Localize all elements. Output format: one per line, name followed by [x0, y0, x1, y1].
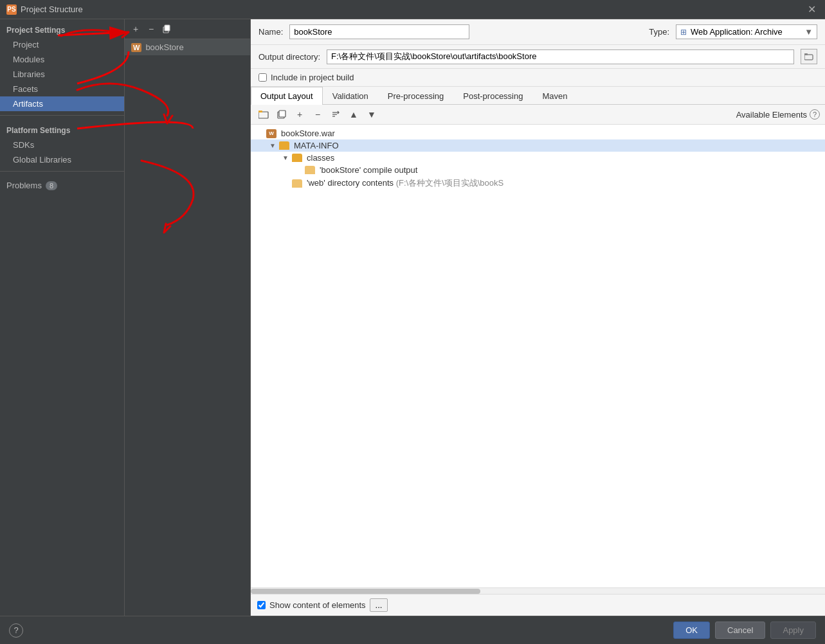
sidebar-item-problems[interactable]: Problems 8	[0, 175, 124, 195]
sidebar-item-global-libraries[interactable]: Global Libraries	[0, 152, 124, 167]
add-button[interactable]: +	[292, 107, 307, 121]
show-content-row: Show content of elements ...	[251, 594, 825, 616]
tree-item-classes[interactable]: ▼ classes	[251, 152, 825, 164]
svg-rect-3	[804, 53, 808, 55]
sidebar-item-libraries[interactable]: Libraries	[0, 67, 124, 82]
svg-rect-5	[258, 111, 262, 112]
project-settings-label: Project Settings	[0, 19, 124, 37]
tab-pre-processing[interactable]: Pre-processing	[378, 87, 453, 105]
move-down-button[interactable]: ▼	[364, 107, 379, 121]
output-dir-input[interactable]	[327, 49, 794, 64]
tree-item-compile-output[interactable]: 'bookStore' compile output	[251, 164, 825, 176]
tree-item-web-contents[interactable]: 'web' directory contents (F:\各种文件\项目实战\b…	[251, 176, 825, 190]
sidebar-item-facets[interactable]: Facets	[0, 82, 124, 96]
name-type-row: Name: Type: ⊞ Web Application: Archive ▼	[251, 19, 825, 45]
tab-output-layout[interactable]: Output Layout	[251, 87, 323, 105]
sidebar-divider-2	[0, 171, 124, 172]
tree-scrollbar[interactable]	[251, 589, 480, 594]
app-icon: PS	[6, 4, 17, 15]
web-app-icon: ⊞	[680, 28, 687, 37]
apply-button[interactable]: Apply	[770, 622, 816, 639]
sort-button[interactable]	[328, 107, 343, 121]
browse-button[interactable]	[801, 49, 817, 64]
type-label: Type:	[649, 27, 669, 37]
available-elements-label: Available Elements ?	[736, 109, 820, 120]
help-button[interactable]: ?	[9, 623, 23, 638]
artifact-list: W bookStore	[125, 39, 250, 616]
mata-info-toggle[interactable]: ▼	[269, 142, 277, 150]
show-content-checkbox[interactable]	[257, 601, 266, 609]
tab-maven[interactable]: Maven	[532, 87, 577, 105]
output-dir-label: Output directory:	[258, 52, 320, 62]
remove-button[interactable]: −	[310, 107, 325, 121]
sidebar-item-project[interactable]: Project	[0, 37, 124, 52]
add-copy-button[interactable]	[274, 107, 289, 121]
problems-badge: 8	[46, 181, 57, 190]
artifact-toolbar: + −	[125, 19, 250, 39]
ok-button[interactable]: OK	[673, 622, 710, 639]
svg-rect-4	[258, 112, 268, 118]
footer-right: OK Cancel Apply	[673, 622, 816, 639]
dialog-footer: ? OK Cancel Apply	[0, 616, 825, 644]
dialog-body: Project Settings Project Modules Librari…	[0, 19, 825, 616]
type-select[interactable]: ⊞ Web Application: Archive ▼	[676, 24, 817, 39]
artifact-item-bookstore[interactable]: W bookStore	[125, 39, 250, 55]
svg-rect-1	[165, 25, 170, 31]
tabs-bar: Output Layout Validation Pre-processing …	[251, 87, 825, 105]
platform-settings-label: Platform Settings	[0, 120, 124, 138]
dialog-title: Project Structure	[21, 4, 805, 14]
tab-content-output-layout: + − ▲ ▼ Avail	[251, 105, 825, 616]
sidebar-divider	[0, 115, 124, 116]
folder-icon-compile	[305, 166, 315, 174]
show-content-label[interactable]: Show content of elements	[269, 600, 366, 610]
sidebar-item-sdks[interactable]: SDKs	[0, 138, 124, 152]
output-dir-row: Output directory:	[251, 45, 825, 69]
sidebar-item-modules[interactable]: Modules	[0, 52, 124, 67]
add-artifact-button[interactable]: +	[129, 22, 143, 36]
close-button[interactable]: ✕	[805, 3, 819, 15]
footer-left: ?	[9, 623, 23, 638]
svg-rect-6	[261, 112, 266, 118]
tree-item-mata-info[interactable]: ▼ MATA-INFO	[251, 139, 825, 152]
tree-item-bookstore-war[interactable]: W bookStore.war	[251, 127, 825, 139]
chevron-down-icon: ▼	[804, 27, 813, 37]
tree-scrollbar-container	[251, 587, 825, 594]
include-label[interactable]: Include in project build	[271, 73, 354, 82]
war-icon: W	[266, 129, 277, 138]
folder-icon-classes	[292, 154, 302, 162]
include-checkbox[interactable]	[258, 73, 267, 82]
title-bar: PS Project Structure ✕	[0, 0, 825, 19]
folder-icon-web	[292, 179, 302, 188]
include-row: Include in project build	[251, 69, 825, 87]
tree-area: W bookStore.war ▼ MATA-INFO ▼	[251, 125, 825, 587]
svg-rect-2	[804, 55, 813, 60]
classes-toggle[interactable]: ▼	[282, 154, 289, 162]
svg-rect-8	[279, 111, 286, 117]
folder-icon-mata	[279, 141, 289, 150]
artifact-panel: + − W bookStore	[125, 19, 251, 616]
cancel-button[interactable]: Cancel	[715, 622, 765, 639]
tab-post-processing[interactable]: Post-processing	[453, 87, 532, 105]
main-content: Name: Type: ⊞ Web Application: Archive ▼…	[251, 19, 825, 616]
sidebar-item-artifacts[interactable]: Artifacts	[0, 96, 124, 111]
tab-validation[interactable]: Validation	[323, 87, 378, 105]
ellipsis-button[interactable]: ...	[370, 598, 388, 612]
move-up-button[interactable]: ▲	[346, 107, 361, 121]
name-input[interactable]	[289, 24, 469, 39]
artifact-war-icon: W	[131, 43, 141, 52]
name-label: Name:	[258, 27, 283, 37]
output-layout-toolbar: + − ▲ ▼ Avail	[251, 105, 825, 125]
dialog: Project Settings Project Modules Librari…	[0, 19, 825, 644]
sidebar: Project Settings Project Modules Librari…	[0, 19, 125, 616]
copy-artifact-button[interactable]	[159, 22, 174, 36]
create-directory-button[interactable]	[256, 107, 271, 121]
available-elements-help-icon[interactable]: ?	[810, 109, 820, 120]
remove-artifact-button[interactable]: −	[144, 22, 158, 36]
